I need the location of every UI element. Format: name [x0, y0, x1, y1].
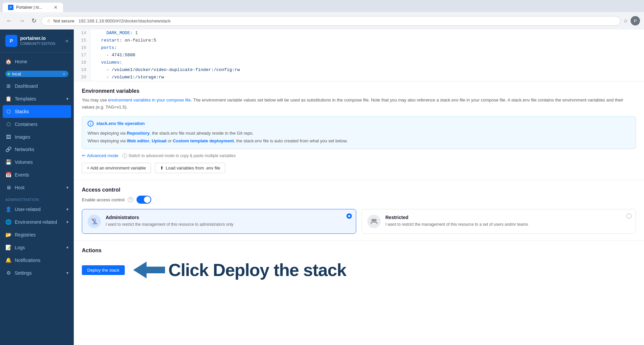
advanced-mode-row: ✏ Advanced mode i Switch to advanced mod… [82, 153, 636, 158]
collapse-sidebar-button[interactable]: « [65, 38, 68, 44]
sidebar-item-label: Dashboard [15, 83, 38, 89]
bookmark-button[interactable]: ☆ [623, 18, 628, 24]
administrators-title: Administrators [106, 215, 351, 220]
sidebar-item-label: User-related [15, 207, 41, 212]
info-line-2: When deploying via Web editor, Upload or… [88, 137, 630, 145]
volumes-icon: 💾 [5, 159, 11, 165]
deploy-annotation: Click Deploy the stack [131, 258, 346, 282]
sidebar-item-label: Home [15, 59, 27, 64]
sidebar-item-images[interactable]: 🖼 Images [0, 131, 74, 143]
tab-bar: P Portainer | lo... ✕ [0, 0, 644, 12]
info-circle-icon: i [122, 153, 127, 158]
restricted-content: Restricted I want to restrict the manage… [385, 215, 630, 227]
environment-badge[interactable]: local ✕ [5, 71, 68, 77]
networks-icon: 🔗 [5, 146, 11, 152]
sidebar-item-networks[interactable]: 🔗 Networks [0, 143, 74, 156]
browser-toolbar: ← → ↻ ⚠ Not secure 192.168.1.18:9000/#!/… [0, 12, 644, 29]
advanced-mode-link[interactable]: ✏ Advanced mode [82, 153, 118, 158]
actions-row: Deploy the stack Click Deploy the stack [82, 258, 636, 282]
sidebar-item-containers[interactable]: ⬡ Containers [0, 118, 74, 131]
chevron-down-icon: ▾ [66, 245, 68, 250]
logo-area: P portainer.io COMMUNITY EDITION [5, 35, 55, 47]
code-line: - 4741:5800 [96, 52, 639, 59]
restricted-icon [367, 215, 381, 228]
sidebar-nav: 🏠 Home local ✕ ⊞ Dashboard 📋 Templates ▾… [0, 53, 74, 345]
line-number: 20 [78, 74, 86, 81]
url-text: 192.168.1.18:9000/#!/2/docker/stacks/new… [78, 18, 171, 23]
code-editor: 14 15 16 17 18 19 20 DARK_MODE: 1 restar… [74, 29, 644, 81]
upload-icon: ⬆ [160, 165, 164, 170]
chevron-down-icon: ▾ [66, 185, 68, 190]
address-bar[interactable]: ⚠ Not secure 192.168.1.18:9000/#!/2/dock… [41, 16, 621, 26]
code-content[interactable]: DARK_MODE: 1 restart: on-failure:5 ports… [91, 29, 644, 81]
info-icon: i [88, 121, 94, 127]
load-env-file-button[interactable]: ⬆ Load variables from .env file [155, 163, 225, 173]
environment-icon: 🌐 [5, 219, 11, 225]
sidebar-header: P portainer.io COMMUNITY EDITION « [0, 29, 74, 53]
sidebar-item-host[interactable]: 🖥 Host ▾ [0, 181, 74, 194]
sidebar-item-registries[interactable]: 📂 Registries [0, 228, 74, 241]
admin-section-label: Administration [0, 194, 74, 203]
chevron-down-icon: ▾ [66, 96, 68, 101]
sidebar-item-user-related[interactable]: 👤 User-related ▾ [0, 203, 74, 216]
annotation-text: Click Deploy the stack [168, 260, 346, 280]
restricted-card[interactable]: Restricted I want to restrict the manage… [362, 209, 636, 234]
sidebar-item-templates[interactable]: 📋 Templates ▾ [0, 92, 74, 105]
containers-icon: ⬡ [5, 121, 11, 127]
toggle-label: Enable access control [82, 197, 124, 202]
stacks-icon: ⬡ [5, 109, 11, 115]
sidebar-item-volumes[interactable]: 💾 Volumes [0, 156, 74, 168]
web-editor-link[interactable]: Web editor [127, 138, 149, 143]
sidebar-item-events[interactable]: 📅 Events [0, 168, 74, 181]
reload-button[interactable]: ↻ [30, 16, 39, 26]
sidebar-item-home[interactable]: 🏠 Home [0, 55, 74, 68]
logo-text: portainer.io COMMUNITY EDITION [20, 35, 55, 47]
env-desc-link[interactable]: environment variables in your compose fi… [108, 97, 191, 102]
line-number: 15 [78, 37, 86, 44]
line-number: 19 [78, 66, 86, 74]
toggle-row: Enable access control ? [82, 196, 636, 204]
actions-title: Actions [82, 248, 636, 254]
code-line: - /volume1/docker/video-duplicate-finder… [96, 66, 639, 74]
sidebar-item-dashboard[interactable]: ⊞ Dashboard [0, 80, 74, 92]
profile-button[interactable]: P [631, 16, 640, 25]
administrators-content: Administrators I want to restrict the ma… [106, 215, 351, 227]
access-control-toggle[interactable] [137, 196, 151, 204]
sidebar-item-notifications[interactable]: 🔔 Notifications [0, 254, 74, 267]
sidebar-item-environment-related[interactable]: 🌐 Environment-related ▾ [0, 216, 74, 228]
administrators-desc: I want to restrict the management of thi… [106, 221, 351, 227]
forward-button[interactable]: → [17, 16, 27, 26]
restricted-radio[interactable] [626, 213, 632, 219]
advanced-mode-desc: i Switch to advanced mode to copy & past… [122, 153, 236, 158]
sidebar-item-label: Images [15, 134, 30, 140]
administrators-card[interactable]: Administrators I want to restrict the ma… [82, 209, 356, 234]
sidebar-item-logs[interactable]: 📝 Logs ▾ [0, 241, 74, 254]
add-env-variable-button[interactable]: + Add an environment variable [82, 163, 151, 173]
repo-link[interactable]: Repository [127, 131, 150, 136]
close-tab-button[interactable]: ✕ [54, 5, 58, 10]
toggle-thumb [144, 196, 151, 203]
env-close-icon[interactable]: ✕ [62, 72, 66, 76]
sidebar-item-label: Host [15, 185, 24, 190]
upload-link[interactable]: Upload [152, 138, 166, 143]
back-button[interactable]: ← [4, 16, 14, 26]
administrators-radio[interactable] [346, 213, 352, 219]
sidebar-item-label: Stacks [15, 109, 29, 114]
sidebar-item-stacks[interactable]: ⬡ Stacks [3, 105, 71, 118]
dashboard-icon: ⊞ [5, 83, 11, 89]
custom-template-link[interactable]: Custom template deployment [173, 138, 234, 143]
tab-label: Portainer | lo... [16, 5, 42, 10]
registries-icon: 📂 [5, 232, 11, 238]
code-line: restart: on-failure:5 [96, 37, 639, 44]
env-buttons-row: + Add an environment variable ⬆ Load var… [82, 163, 636, 173]
sidebar-item-settings[interactable]: ⚙ Settings ▾ [0, 267, 74, 279]
user-icon: 👤 [5, 206, 11, 212]
info-box-body: When deploying via Repository, the stack… [88, 129, 630, 145]
active-tab[interactable]: P Portainer | lo... ✕ [3, 3, 63, 12]
templates-icon: 📋 [5, 96, 11, 102]
deploy-stack-button[interactable]: Deploy the stack [82, 265, 125, 275]
access-cards: Administrators I want to restrict the ma… [82, 209, 636, 234]
sidebar-item-label: Volumes [15, 159, 33, 165]
radio-empty-indicator [626, 213, 632, 219]
stackenv-info-box: i stack.env file operation When deployin… [82, 116, 636, 149]
